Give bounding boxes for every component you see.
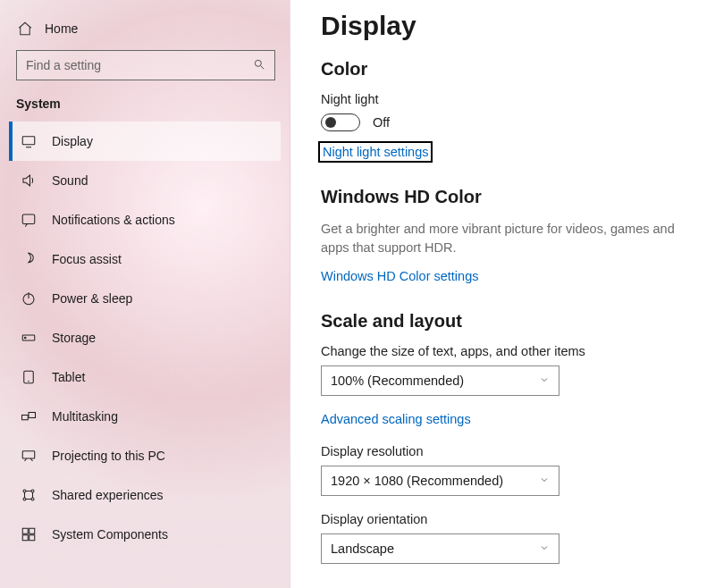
power-icon [20,290,38,307]
projecting-icon [20,447,38,465]
text-size-label: Change the size of text, apps, and other… [321,344,697,358]
sidebar-item-storage[interactable]: Storage [9,318,281,357]
sidebar-item-focus-assist[interactable]: Focus assist [9,239,281,279]
sidebar-item-label: Projecting to this PC [52,449,165,463]
orientation-label: Display orientation [321,512,697,526]
toggle-knob [325,117,336,128]
sidebar-item-projecting[interactable]: Projecting to this PC [9,436,281,475]
main-panel: Display Color Night light Off Night ligh… [290,0,715,588]
section-hd-color-heading: Windows HD Color [321,187,697,207]
svg-rect-21 [29,535,35,541]
night-light-state: Off [373,115,390,130]
sidebar-item-power-sleep[interactable]: Power & sleep [9,279,281,318]
svg-point-17 [31,498,34,500]
resolution-dropdown[interactable]: 1920 × 1080 (Recommended) [321,466,559,496]
svg-rect-19 [29,528,35,533]
svg-point-8 [25,337,27,339]
svg-rect-11 [22,416,29,420]
night-light-toggle[interactable] [321,113,360,131]
chevron-down-icon [539,542,550,556]
settings-window: Home Find a setting System Display Sound [0,0,715,588]
sidebar-item-sound[interactable]: Sound [9,161,281,200]
sidebar-item-multitasking[interactable]: Multitasking [9,397,281,436]
shared-experiences-icon [20,486,38,504]
svg-line-1 [261,65,265,69]
svg-rect-4 [22,214,35,224]
sidebar-item-shared-experiences[interactable]: Shared experiences [9,475,281,515]
svg-rect-13 [22,451,35,458]
orientation-group: Display orientation Landscape [321,512,697,564]
resolution-value: 1920 × 1080 (Recommended) [331,474,503,488]
section-scale-heading: Scale and layout [321,311,697,332]
search-input[interactable]: Find a setting [16,50,275,80]
focus-assist-icon [20,250,38,268]
tablet-icon [20,368,38,386]
orientation-value: Landscape [331,542,394,556]
sidebar-item-label: Power & sleep [52,291,132,306]
svg-rect-20 [22,535,28,541]
storage-icon [20,329,38,347]
sidebar-item-tablet[interactable]: Tablet [9,357,281,397]
resolution-label: Display resolution [321,444,697,458]
sidebar-item-label: Notifications & actions [52,213,175,227]
sidebar-item-label: Focus assist [52,252,122,266]
svg-point-15 [31,490,34,492]
svg-point-14 [23,490,26,492]
sidebar-item-label: Display [52,134,93,148]
svg-point-16 [23,498,26,500]
orientation-dropdown[interactable]: Landscape [321,533,559,564]
sidebar: Home Find a setting System Display Sound [0,0,290,588]
sound-icon [20,172,38,189]
hd-color-settings-link[interactable]: Windows HD Color settings [321,269,478,283]
advanced-scaling-link[interactable]: Advanced scaling settings [321,412,697,426]
page-title: Display [321,11,697,41]
sidebar-item-label: Sound [52,173,88,188]
night-light-settings-link[interactable]: Night light settings [321,144,430,160]
night-light-label: Night light [321,92,697,106]
text-size-value: 100% (Recommended) [331,374,464,388]
search-placeholder: Find a setting [26,58,101,72]
hd-color-description: Get a brighter and more vibrant picture … [321,220,696,257]
multitasking-icon [20,407,38,425]
resolution-group: Display resolution 1920 × 1080 (Recommen… [321,444,697,496]
section-scale-layout: Scale and layout Change the size of text… [321,311,697,564]
sidebar-home-label: Home [45,21,78,36]
chevron-down-icon [539,474,550,488]
sidebar-item-notifications[interactable]: Notifications & actions [9,200,281,239]
section-hd-color: Windows HD Color Get a brighter and more… [321,187,697,284]
sidebar-home[interactable]: Home [9,16,281,50]
sidebar-item-label: Shared experiences [52,488,164,502]
sidebar-item-label: Tablet [52,370,85,384]
svg-rect-18 [22,528,28,533]
text-size-group: Change the size of text, apps, and other… [321,344,697,396]
notifications-icon [20,211,38,229]
display-icon [20,132,38,150]
sidebar-group-label: System [9,97,281,122]
section-color: Color Night light Off Night light settin… [321,59,697,160]
sidebar-item-label: System Components [52,527,168,542]
sidebar-item-label: Multitasking [52,409,118,424]
sidebar-item-display[interactable]: Display [9,122,281,161]
sidebar-item-label: Storage [52,331,96,345]
text-size-dropdown[interactable]: 100% (Recommended) [321,365,559,396]
svg-rect-12 [29,413,36,418]
home-icon [16,20,34,38]
sidebar-item-system-components[interactable]: System Components [9,515,281,554]
search-icon [253,58,265,73]
section-color-heading: Color [321,59,697,80]
svg-rect-2 [22,137,35,145]
svg-point-0 [255,60,261,66]
chevron-down-icon [539,374,550,388]
system-components-icon [20,525,38,543]
